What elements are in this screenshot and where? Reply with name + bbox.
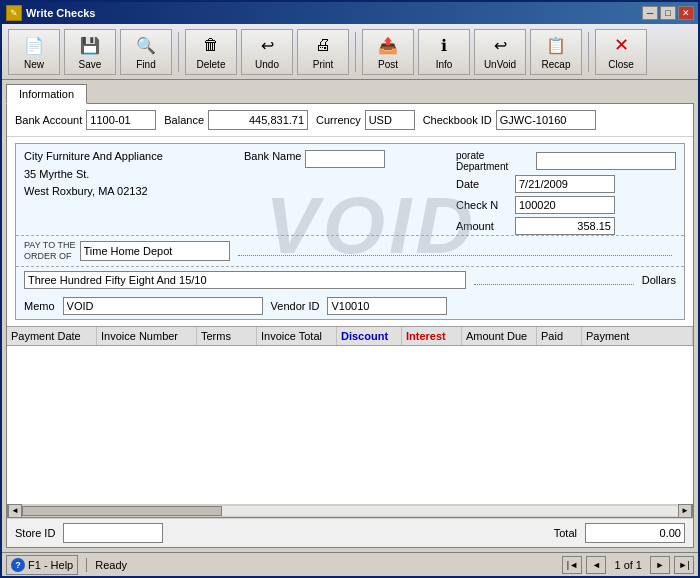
undo-button[interactable]: ↩ Undo (241, 29, 293, 75)
amount-label: Amount (456, 220, 511, 232)
col-payment-date: Payment Date (7, 327, 97, 345)
help-button[interactable]: ? F1 - Help (6, 555, 78, 575)
col-amount-due: Amount Due (462, 327, 537, 345)
save-button[interactable]: 💾 Save (64, 29, 116, 75)
grid-body[interactable] (7, 346, 693, 504)
memo-input[interactable] (63, 297, 263, 315)
page-indicator: 1 of 1 (610, 559, 646, 571)
balance-label: Balance (164, 114, 204, 126)
pay-to-label: PAY TO THEORDER OF (24, 240, 76, 262)
col-terms: Terms (197, 327, 257, 345)
window-close-button[interactable]: ✕ (678, 6, 694, 20)
nav-last-button[interactable]: ►| (674, 556, 694, 574)
currency-label: Currency (316, 114, 361, 126)
tab-information[interactable]: Information (6, 84, 87, 104)
help-icon: ? (11, 558, 25, 572)
check-address: City Furniture And Appliance 35 Myrthe S… (24, 148, 244, 235)
checkbook-id-input[interactable] (496, 110, 596, 130)
bank-name-input[interactable] (305, 150, 385, 168)
grid-header: Payment Date Invoice Number Terms Invoic… (7, 326, 693, 346)
info-icon: ℹ (432, 33, 456, 57)
horizontal-scrollbar[interactable]: ◄ ► (7, 504, 693, 518)
total-label: Total (554, 527, 577, 539)
unvoid-icon: ↩ (488, 33, 512, 57)
currency-input[interactable] (365, 110, 415, 130)
dept-input[interactable] (536, 152, 676, 170)
recap-icon: 📋 (544, 33, 568, 57)
vendor-id-input[interactable] (327, 297, 447, 315)
find-button[interactable]: 🔍 Find (120, 29, 172, 75)
delete-icon: 🗑 (199, 33, 223, 57)
grid-area: Payment Date Invoice Number Terms Invoic… (7, 326, 693, 504)
total-input[interactable] (585, 523, 685, 543)
nav-first-button[interactable]: |◄ (562, 556, 582, 574)
checkbook-id-label: Checkbook ID (423, 114, 492, 126)
balance-input[interactable] (208, 110, 308, 130)
nav-prev-button[interactable]: ◄ (586, 556, 606, 574)
date-input[interactable] (515, 175, 615, 193)
col-invoice-total: Invoice Total (257, 327, 337, 345)
unvoid-button[interactable]: ↩ UnVoid (474, 29, 526, 75)
address-line2: 35 Myrthe St. (24, 166, 244, 184)
toolbar-separator (178, 32, 179, 72)
delete-button[interactable]: 🗑 Delete (185, 29, 237, 75)
close-icon: ✕ (609, 33, 633, 57)
content-area: Information Bank Account Balance Currenc… (2, 80, 698, 552)
written-amount-input[interactable] (24, 271, 466, 289)
find-icon: 🔍 (134, 33, 158, 57)
store-id-label: Store ID (15, 527, 55, 539)
payee-input[interactable] (80, 241, 230, 261)
title-bar: ✎ Write Checks ─ □ ✕ (2, 2, 698, 24)
bank-account-input[interactable] (86, 110, 156, 130)
top-fields-row: Bank Account Balance Currency Checkbook … (7, 104, 693, 137)
memo-label: Memo (24, 300, 55, 312)
new-icon: 📄 (22, 33, 46, 57)
maximize-button[interactable]: □ (660, 6, 676, 20)
app-icon: ✎ (6, 5, 22, 21)
status-right: |◄ ◄ 1 of 1 ► ►| (562, 556, 694, 574)
col-payment: Payment (582, 327, 693, 345)
address-line3: West Roxbury, MA 02132 (24, 183, 244, 201)
col-paid: Paid (537, 327, 582, 345)
col-invoice-number: Invoice Number (97, 327, 197, 345)
nav-next-button[interactable]: ► (650, 556, 670, 574)
close-button[interactable]: ✕ Close (595, 29, 647, 75)
tab-bar: Information (6, 84, 694, 104)
scroll-left-button[interactable]: ◄ (8, 504, 22, 518)
print-button[interactable]: 🖨 Print (297, 29, 349, 75)
dept-label: porate Department (456, 150, 532, 172)
col-interest: Interest (402, 327, 462, 345)
status-text: Ready (95, 559, 127, 571)
post-icon: 📤 (376, 33, 400, 57)
main-window: ✎ Write Checks ─ □ ✕ 📄 New 💾 Save 🔍 Find… (0, 0, 700, 578)
bank-account-label: Bank Account (15, 114, 82, 126)
dots-line-2 (474, 275, 634, 285)
scroll-thumb[interactable] (22, 506, 222, 516)
recap-button[interactable]: 📋 Recap (530, 29, 582, 75)
toolbar-separator-3 (588, 32, 589, 72)
undo-icon: ↩ (255, 33, 279, 57)
amount-input[interactable] (515, 217, 615, 235)
dots-line (238, 246, 672, 256)
address-line1: City Furniture And Appliance (24, 148, 244, 166)
store-id-input[interactable] (63, 523, 163, 543)
info-button[interactable]: ℹ Info (418, 29, 470, 75)
print-icon: 🖨 (311, 33, 335, 57)
check-no-label: Check N (456, 199, 511, 211)
status-bar: ? F1 - Help Ready |◄ ◄ 1 of 1 ► ►| (2, 552, 698, 576)
post-button[interactable]: 📤 Post (362, 29, 414, 75)
minimize-button[interactable]: ─ (642, 6, 658, 20)
vendor-id-label: Vendor ID (271, 300, 320, 312)
form-panel: Bank Account Balance Currency Checkbook … (6, 103, 694, 548)
toolbar-separator-2 (355, 32, 356, 72)
new-button[interactable]: 📄 New (8, 29, 60, 75)
bank-name-label: Bank Name (244, 150, 301, 162)
scroll-right-button[interactable]: ► (678, 504, 692, 518)
window-title: Write Checks (26, 7, 96, 19)
check-no-input[interactable] (515, 196, 615, 214)
scroll-track[interactable] (22, 506, 678, 516)
col-discount: Discount (337, 327, 402, 345)
check-area: VOID City Furniture And Appliance 35 Myr… (15, 143, 685, 320)
toolbar: 📄 New 💾 Save 🔍 Find 🗑 Delete ↩ Undo 🖨 Pr… (2, 24, 698, 80)
date-label: Date (456, 178, 511, 190)
